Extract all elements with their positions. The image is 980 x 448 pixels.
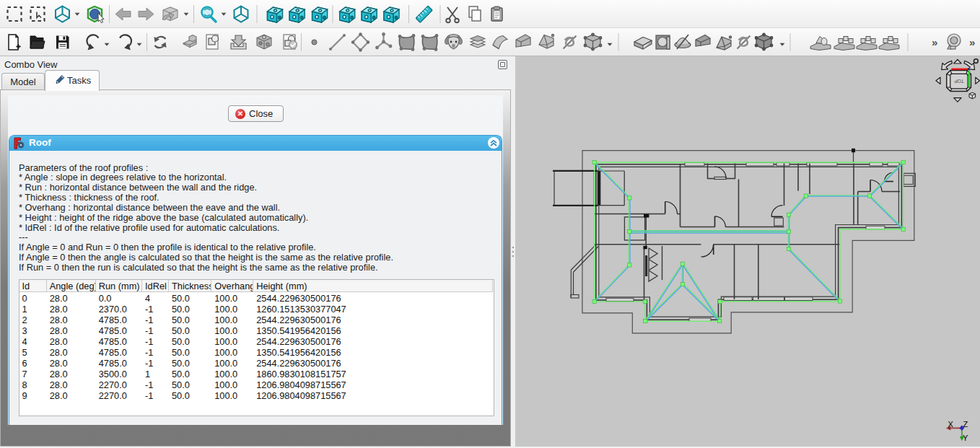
svg-text:X: X (948, 420, 954, 429)
svg-text:Y: Y (963, 434, 968, 442)
svg-text:»: » (932, 36, 937, 48)
svg-text:TOP: TOP (954, 79, 963, 84)
svg-text:Z: Z (963, 420, 968, 429)
svg-text:»: » (969, 36, 975, 48)
